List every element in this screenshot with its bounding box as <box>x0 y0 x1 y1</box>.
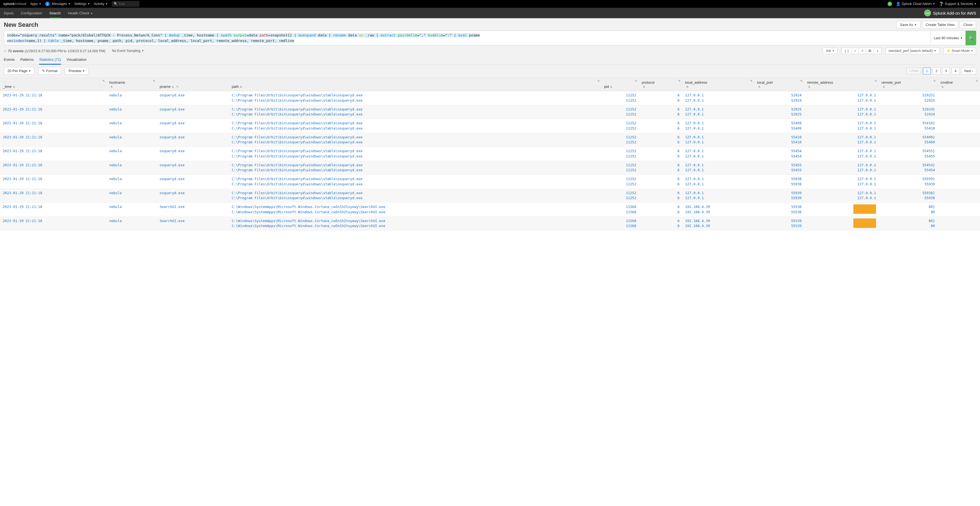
cell-value[interactable]: 127.0.0.1 <box>685 135 752 140</box>
sort-icon[interactable]: ⇅ <box>172 85 174 88</box>
pager-next[interactable]: Next › <box>961 68 976 74</box>
tab-statistics[interactable]: Statistics (71) <box>39 57 61 65</box>
sort-icon[interactable]: ⇅ <box>808 85 810 88</box>
stop-button[interactable]: ■ <box>852 48 859 54</box>
share-button[interactable]: ↗ <box>859 48 866 54</box>
sort-icon[interactable]: ⇅ <box>610 85 612 88</box>
cell-value[interactable]: 127.0.0.1 <box>807 182 876 187</box>
cell-value[interactable]: 11252 <box>604 182 636 187</box>
pencil-icon[interactable]: ✎ <box>678 79 681 83</box>
cell-value[interactable]: nebula <box>109 93 154 98</box>
cell-value[interactable]: 127.0.0.1 <box>807 126 876 131</box>
sort-icon[interactable]: ⇅ <box>240 85 242 88</box>
pencil-icon[interactable]: ✎ <box>597 79 600 83</box>
col-local-address[interactable]: ✎local_address⇅ <box>682 78 754 91</box>
user-menu[interactable]: 👤Splunk Cloud Admin▼ <box>896 2 935 6</box>
cell-value[interactable]: 55938 <box>757 182 802 187</box>
cell-value[interactable]: 127.0.0.1 <box>685 148 752 154</box>
cell-value[interactable]: 55938 <box>881 196 935 201</box>
tab-patterns[interactable]: Patterns <box>21 57 33 65</box>
cell-value[interactable]: 127.0.0.1 <box>807 196 876 201</box>
cell-value[interactable]: 2023-01-29 21:21:18 <box>3 135 104 140</box>
settings-menu[interactable]: Settings▼ <box>75 2 90 6</box>
cell-value[interactable]: C:\Windows\SystemApps\Microsoft.Windows.… <box>232 219 599 224</box>
cell-value[interactable]: 80} <box>881 219 935 224</box>
col-path[interactable]: ✎path⇅ <box>229 78 601 91</box>
cell-value[interactable]: 127.0.0.1 <box>807 177 876 182</box>
cell-value[interactable]: 11252 <box>604 196 636 201</box>
cell-value[interactable]: 6 <box>642 219 679 224</box>
cell-value[interactable]: 55410} <box>881 121 935 126</box>
cell-value[interactable]: 6 <box>642 107 679 112</box>
cell-value[interactable]: 2023-01-29 21:21:18 <box>3 191 104 196</box>
cell-value[interactable]: nebula <box>109 107 154 112</box>
create-table-view-button[interactable]: Create Table View <box>922 21 958 29</box>
cell-value[interactable]: C:\Windows\SystemApps\Microsoft.Windows.… <box>232 223 599 229</box>
cell-value[interactable]: 11252 <box>604 135 636 140</box>
cell-value[interactable]: 6 <box>642 163 679 168</box>
cell-value[interactable]: 55455 <box>757 168 802 173</box>
cell-value[interactable]: SearchUI.exe <box>160 204 226 210</box>
save-as-button[interactable]: Save As▼ <box>896 21 920 29</box>
cell-value[interactable]: 55939 <box>757 191 802 196</box>
cell-value[interactable]: 80 <box>881 223 935 229</box>
cell-value[interactable]: 55455} <box>881 148 935 154</box>
cell-value[interactable]: 6 <box>642 126 679 131</box>
cell-value[interactable]: 127.0.0.1 <box>807 140 876 145</box>
cell-value[interactable]: 127.0.0.1 <box>807 168 876 173</box>
cell-value[interactable]: 6 <box>642 210 679 215</box>
find-input[interactable] <box>119 2 135 6</box>
cell-value[interactable]: 11252 <box>604 163 636 168</box>
cell-value[interactable]: C:\Program Files\Orbit\bin\osqueryd\wind… <box>232 168 599 173</box>
cell-value[interactable]: 2023-01-29 21:21:18 <box>3 93 104 98</box>
cell-value[interactable]: 2023-01-29 21:21:18 <box>3 219 104 224</box>
col-remote-address[interactable]: ✎remote_address⇅ <box>804 78 879 91</box>
nav-search[interactable]: Search <box>49 8 61 19</box>
cell-value[interactable]: C:\Program Files\Orbit\bin\osqueryd\wind… <box>232 93 599 98</box>
cell-value[interactable]: 6 <box>642 196 679 201</box>
cell-value[interactable]: 127.0.0.1 <box>685 191 752 196</box>
cell-value[interactable]: 55454 <box>757 148 802 154</box>
cell-value[interactable]: 55938} <box>881 191 935 196</box>
cell-value[interactable]: C:\Program Files\Orbit\bin\osqueryd\wind… <box>232 126 599 131</box>
cell-value[interactable]: 6 <box>642 168 679 173</box>
cell-value[interactable]: osqueryd.exe <box>160 93 226 98</box>
cell-value[interactable]: 55455 <box>881 154 935 159</box>
cell-value[interactable]: 127.0.0.1 <box>685 154 752 159</box>
cell-value[interactable]: 11252 <box>604 107 636 112</box>
cell-value[interactable]: 55409} <box>881 135 935 140</box>
cell-value[interactable]: nebula <box>109 177 154 182</box>
global-find[interactable]: 🔍 <box>112 1 139 6</box>
cell-value[interactable]: nebula <box>109 121 154 126</box>
pager-prev[interactable]: ‹ Prev <box>906 68 921 74</box>
col-cmdline[interactable]: ✎cmdline⇅ <box>937 78 980 91</box>
cell-value[interactable]: 52925} <box>881 93 935 98</box>
cell-value[interactable]: osqueryd.exe <box>160 177 226 182</box>
cell-value[interactable]: 6 <box>642 140 679 145</box>
pager-1[interactable]: 1 <box>923 68 931 74</box>
cell-value[interactable]: 127.0.0.1 <box>685 168 752 173</box>
tab-events[interactable]: Events <box>4 57 15 65</box>
cell-value[interactable]: 2023-01-29 21:21:18 <box>3 148 104 154</box>
cell-value[interactable]: 127.0.0.1 <box>685 163 752 168</box>
cell-value[interactable]: 6 <box>642 112 679 117</box>
cell-value[interactable]: 127.0.0.1 <box>685 93 752 98</box>
cell-value[interactable]: 52925 <box>881 98 935 103</box>
cell-value[interactable]: 127.0.0.1 <box>807 154 876 159</box>
cell-value[interactable]: osqueryd.exe <box>160 163 226 168</box>
cell-value[interactable]: osqueryd.exe <box>160 135 226 140</box>
cell-value[interactable]: 127.0.0.1 <box>685 182 752 187</box>
cell-value[interactable]: 192.168.4.39 <box>685 219 752 224</box>
nav-inputs[interactable]: Inputs <box>4 11 14 15</box>
cell-value[interactable]: 55938 <box>757 177 802 182</box>
nav-healthcheck[interactable]: Health Check ▼ <box>68 11 93 15</box>
cell-value[interactable]: 55939} <box>881 177 935 182</box>
cell-value[interactable]: SearchUI.exe <box>160 219 226 224</box>
cell-value[interactable]: osqueryd.exe <box>160 148 226 154</box>
cell-value[interactable]: osqueryd.exe <box>160 191 226 196</box>
activity-menu[interactable]: Activity▼ <box>94 2 108 6</box>
cell-value[interactable]: 11252 <box>604 148 636 154</box>
cell-value[interactable]: 6 <box>642 135 679 140</box>
cell-value[interactable]: C:\Program Files\Orbit\bin\osqueryd\wind… <box>232 98 599 103</box>
apps-menu[interactable]: Apps▼ <box>30 2 41 6</box>
